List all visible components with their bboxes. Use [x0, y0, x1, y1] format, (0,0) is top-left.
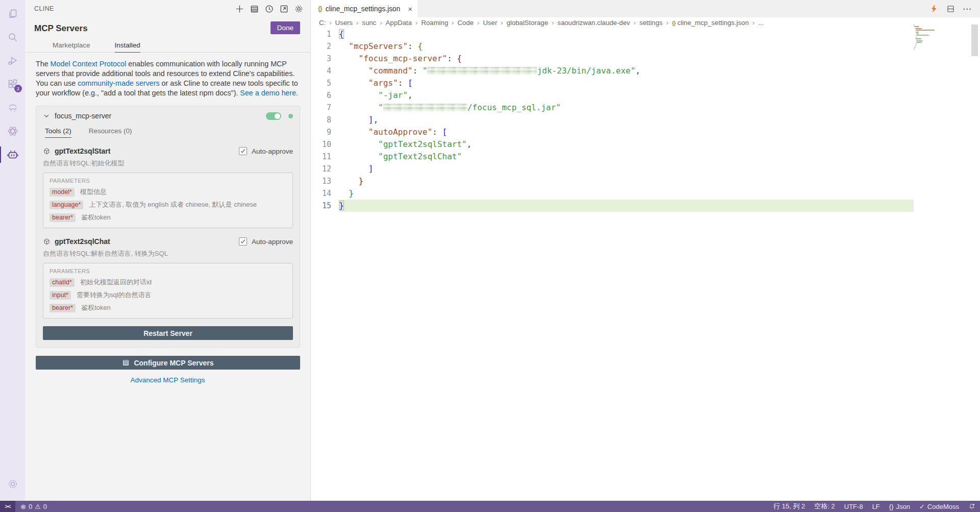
- code-line[interactable]: 8 ],: [311, 114, 980, 126]
- editor-scrollbar-thumb[interactable]: [971, 25, 978, 56]
- server-enabled-toggle[interactable]: [266, 112, 281, 120]
- json-file-icon: {}: [672, 20, 675, 26]
- code-line[interactable]: 11 "gptText2sqlChat": [311, 151, 980, 163]
- code-line[interactable]: 5 "args": [: [311, 77, 980, 89]
- json-file-icon: {}: [318, 5, 322, 12]
- line-number[interactable]: 15: [311, 200, 339, 212]
- error-icon: ⊗: [20, 503, 26, 510]
- mcp-servers-icon[interactable]: [249, 3, 260, 14]
- restart-server-button[interactable]: Restart Server: [43, 326, 293, 340]
- encoding[interactable]: UTF-8: [840, 503, 868, 510]
- code-line[interactable]: 14 }: [311, 187, 980, 200]
- line-number[interactable]: 8: [311, 114, 339, 126]
- indentation[interactable]: 空格: 2: [810, 502, 839, 511]
- param-row: language* 上下文语言, 取值为 english 或者 chinese,…: [50, 200, 286, 209]
- openai-extension-icon[interactable]: [0, 119, 25, 143]
- close-icon[interactable]: ×: [408, 5, 412, 13]
- chevron-down-icon: [43, 112, 50, 119]
- code-line[interactable]: 4 "command": "jdk-23/bin/java.exe",: [311, 65, 980, 77]
- line-number[interactable]: 2: [311, 40, 339, 53]
- line-number[interactable]: 10: [311, 138, 339, 151]
- extensions-icon[interactable]: 2: [0, 72, 25, 96]
- line-number[interactable]: 6: [311, 89, 339, 102]
- line-number[interactable]: 5: [311, 77, 339, 89]
- line-number[interactable]: 13: [311, 175, 339, 187]
- open-in-editor-icon[interactable]: [278, 3, 289, 14]
- cube-icon: [43, 148, 51, 155]
- param-desc: 模型信息: [80, 187, 107, 197]
- tab-cline-mcp-settings[interactable]: {} cline_mcp_settings.json ×: [311, 0, 418, 17]
- code-line[interactable]: 7 "/focus_mcp_sql.jar": [311, 102, 980, 114]
- remote-window-icon[interactable]: ><: [0, 501, 15, 512]
- tab-installed[interactable]: Installed: [115, 41, 140, 53]
- breadcrumb-item[interactable]: Users: [335, 19, 353, 27]
- breadcrumb-item[interactable]: ...: [758, 19, 764, 27]
- breadcrumb-file[interactable]: {}cline_mcp_settings.json: [672, 19, 749, 27]
- code-line[interactable]: 3 "focus_mcp-server": {: [311, 53, 980, 65]
- minimap[interactable]: [914, 25, 944, 51]
- language-mode[interactable]: {}Json: [885, 503, 915, 510]
- done-button[interactable]: Done: [271, 21, 300, 34]
- breadcrumb-item[interactable]: C:: [319, 19, 326, 27]
- tool-gptText2sqlChat: gptText2sqlChat Auto-approve 自然语言转SQL:解析…: [43, 237, 293, 319]
- line-number[interactable]: 12: [311, 163, 339, 175]
- more-actions-icon[interactable]: ⋯: [963, 4, 972, 14]
- tab-marketplace[interactable]: Marketplace: [53, 41, 90, 52]
- cline-robot-icon[interactable]: [0, 143, 25, 166]
- tab-resources[interactable]: Resources (0): [89, 127, 132, 138]
- problems-indicator[interactable]: ⊗ 0 ⚠ 0: [15, 503, 52, 510]
- tool-description: 自然语言转SQL:解析自然语言, 转换为SQL: [43, 249, 293, 258]
- eol-sequence[interactable]: LF: [868, 503, 885, 510]
- run-debug-icon[interactable]: [0, 49, 25, 72]
- history-icon[interactable]: [263, 3, 275, 14]
- configure-mcp-servers-button[interactable]: Configure MCP Servers: [36, 356, 300, 370]
- parameters-box: PARAMETERS chatId* 初始化模型返回的对话id input* 需…: [43, 263, 293, 319]
- breadcrumb-separator: ›: [666, 19, 668, 27]
- code-line[interactable]: 2 "mcpServers": {: [311, 40, 980, 53]
- search-icon[interactable]: [0, 26, 25, 49]
- settings-gear-icon[interactable]: [293, 3, 304, 14]
- notifications-bell-icon[interactable]: [964, 503, 980, 510]
- auto-approve-checkbox[interactable]: [239, 237, 247, 246]
- plus-icon[interactable]: [234, 3, 245, 14]
- line-number[interactable]: 7: [311, 102, 339, 114]
- code-line[interactable]: 6 "-jar",: [311, 89, 980, 102]
- code-line[interactable]: 9 "autoApprove": [: [311, 126, 980, 138]
- parameters-label: PARAMETERS: [50, 178, 286, 184]
- tab-tools[interactable]: Tools (2): [45, 127, 71, 138]
- line-number[interactable]: 3: [311, 53, 339, 65]
- line-number[interactable]: 1: [311, 28, 339, 40]
- line-number[interactable]: 14: [311, 187, 339, 200]
- codemoss-logo-icon[interactable]: [929, 4, 939, 13]
- breadcrumb-item[interactable]: saoudrizwan.claude-dev: [557, 19, 630, 27]
- code-area[interactable]: 1{2 "mcpServers": {3 "focus_mcp-server":…: [311, 28, 980, 212]
- server-header[interactable]: focus_mcp-server: [43, 112, 293, 120]
- cursor-position[interactable]: 行 15, 列 2: [769, 502, 810, 511]
- breadcrumb-item[interactable]: User: [483, 19, 497, 27]
- code-line[interactable]: 1{: [311, 28, 980, 40]
- line-number[interactable]: 11: [311, 151, 339, 163]
- code-line[interactable]: 13 }: [311, 175, 980, 187]
- line-number[interactable]: 4: [311, 65, 339, 77]
- code-line[interactable]: 10 "gptText2sqlStart",: [311, 138, 980, 151]
- advanced-mcp-settings-link[interactable]: Advanced MCP Settings: [130, 376, 205, 384]
- code-line[interactable]: 15}: [311, 200, 980, 212]
- breadcrumb-item[interactable]: settings: [640, 19, 663, 27]
- model-context-protocol-link[interactable]: Model Context Protocol: [51, 60, 127, 68]
- auto-approve-checkbox[interactable]: [239, 147, 247, 155]
- breadcrumb-item[interactable]: AppData: [386, 19, 412, 27]
- wave-extension-icon[interactable]: [0, 96, 25, 119]
- line-number[interactable]: 9: [311, 126, 339, 138]
- breadcrumb-item[interactable]: globalStorage: [506, 19, 548, 27]
- explorer-icon[interactable]: [0, 2, 25, 26]
- code-line[interactable]: 12 ]: [311, 163, 980, 175]
- split-editor-icon[interactable]: [946, 5, 955, 13]
- see-demo-link[interactable]: See a demo here.: [240, 89, 298, 97]
- breadcrumb-item[interactable]: Roaming: [421, 19, 448, 27]
- breadcrumb-item[interactable]: Code: [457, 19, 474, 27]
- community-made-servers-link[interactable]: community-made servers: [78, 79, 159, 87]
- breadcrumb-item[interactable]: sunc: [362, 19, 376, 27]
- codemoss-status[interactable]: ✓CodeMoss: [915, 503, 964, 510]
- settings-gear-icon[interactable]: [0, 472, 25, 496]
- param-name: bearer*: [50, 304, 76, 312]
